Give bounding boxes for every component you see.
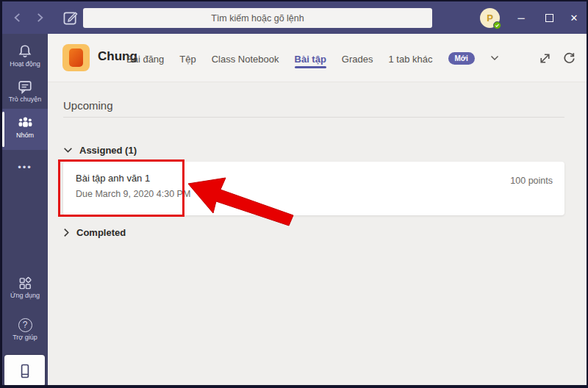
active-indicator: [2, 112, 4, 147]
assignment-title: Bài tập anh văn 1: [76, 173, 150, 184]
assignment-card[interactable]: Bài tập anh văn 1 Due March 9, 2020 4:30…: [63, 162, 564, 215]
main-area: Chung Bài đăng Tệp Class Notebook Bài tậ…: [48, 34, 587, 385]
teams-icon: [18, 115, 33, 130]
completed-group-toggle[interactable]: Completed: [63, 227, 126, 238]
tab-1-tab-khac[interactable]: 1 tab khác: [389, 35, 433, 81]
sidebar-item-label: Ứng dụng: [2, 292, 48, 299]
channel-header: Chung Bài đăng Tệp Class Notebook Bài tậ…: [48, 34, 587, 82]
completed-group-label: Completed: [76, 227, 126, 238]
help-icon: ?: [18, 318, 32, 332]
team-avatar[interactable]: [62, 44, 90, 71]
avatar-initial: P: [487, 12, 493, 24]
sidebar-item-label: Nhóm: [2, 132, 48, 139]
header-actions: [538, 51, 576, 65]
tab-class-notebook[interactable]: Class Notebook: [212, 35, 279, 81]
forward-icon[interactable]: [33, 11, 46, 24]
phone-icon: [17, 363, 33, 379]
section-title: Upcoming: [63, 99, 113, 112]
search-input[interactable]: [83, 8, 432, 28]
new-chat-icon[interactable]: [62, 10, 79, 26]
tab-tep[interactable]: Tệp: [179, 35, 196, 81]
title-bar: P ─ ✕: [2, 1, 587, 34]
minimize-button[interactable]: ─: [508, 1, 534, 34]
assigned-group-label: Assigned (1): [79, 145, 137, 156]
new-badge[interactable]: Mới: [448, 52, 475, 65]
tab-bai-tap[interactable]: Bài tập: [295, 35, 326, 81]
back-icon[interactable]: [11, 11, 24, 24]
sidebar-item-activity[interactable]: Hoạt động: [2, 44, 48, 68]
chevron-down-icon: [63, 147, 73, 154]
assignment-points: 100 points: [510, 176, 553, 186]
close-button[interactable]: ✕: [561, 1, 587, 34]
assignment-due-date: Due March 9, 2020 4:30 PM: [76, 189, 190, 199]
apps-icon: [18, 276, 32, 290]
mobile-app-button[interactable]: [4, 355, 45, 387]
bell-icon: [18, 44, 32, 59]
divider: [63, 117, 564, 118]
sidebar-item-help[interactable]: ? Trợ giúp: [2, 317, 48, 341]
expand-icon[interactable]: [538, 51, 552, 65]
sidebar-item-label: Trò chuyện: [2, 96, 48, 103]
avatar[interactable]: P: [480, 8, 500, 28]
refresh-icon[interactable]: [562, 51, 576, 65]
chat-icon: [18, 79, 32, 94]
sidebar-item-teams[interactable]: Nhóm: [2, 109, 48, 150]
sidebar-item-label: Trợ giúp: [2, 334, 48, 341]
maximize-icon: [545, 14, 553, 22]
sidebar-item-label: Hoạt động: [2, 60, 48, 68]
teams-window: P ─ ✕ Hoạt động Trò chuyện: [0, 0, 588, 388]
chevron-right-icon: [63, 228, 70, 237]
maximize-button[interactable]: [536, 1, 562, 34]
sidebar-item-apps[interactable]: Ứng dụng: [2, 276, 48, 299]
app-sidebar: Hoạt động Trò chuyện Nhóm •: [2, 34, 48, 385]
assignments-content: Upcoming Assigned (1) Bài tập anh văn 1 …: [48, 82, 587, 385]
assigned-group-toggle[interactable]: Assigned (1): [63, 145, 137, 156]
more-icon: •••: [18, 162, 32, 173]
tab-bai-dang[interactable]: Bài đăng: [126, 35, 164, 81]
sidebar-item-chat[interactable]: Trò chuyện: [2, 79, 48, 103]
tab-bar: Bài đăng Tệp Class Notebook Bài tập Grad…: [126, 34, 499, 82]
presence-available-icon: [493, 21, 501, 29]
team-avatar-icon: [69, 48, 83, 67]
sidebar-item-more[interactable]: •••: [2, 159, 48, 176]
chevron-down-icon[interactable]: [490, 55, 499, 61]
tab-grades[interactable]: Grades: [342, 35, 373, 81]
